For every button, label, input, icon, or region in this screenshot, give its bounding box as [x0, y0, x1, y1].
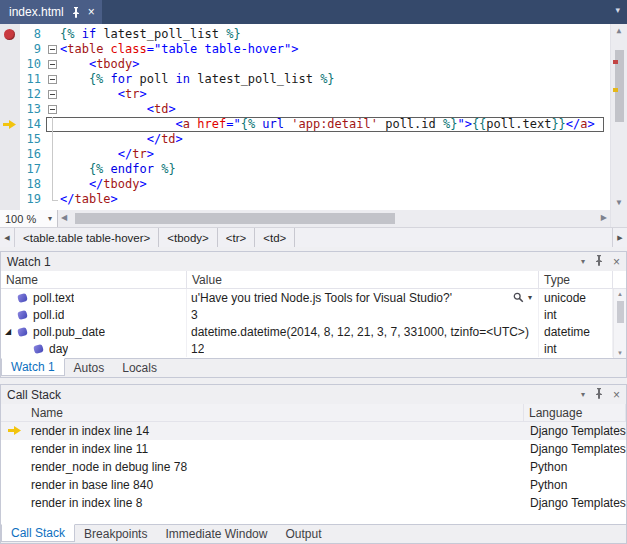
- tab-list-chevron-icon[interactable]: ▾: [615, 5, 620, 15]
- code-text: {% for poll in latest_poll_list %}: [60, 72, 335, 87]
- breakpoint-margin[interactable]: [0, 42, 20, 57]
- code-line[interactable]: 13<td>: [0, 102, 610, 117]
- window-position-icon[interactable]: ▾: [581, 390, 585, 399]
- frame-name: render in index line 8: [31, 496, 142, 510]
- breakpoint-margin[interactable]: [0, 147, 20, 162]
- breadcrumb-segment[interactable]: <tr>: [218, 228, 255, 247]
- code-line[interactable]: 15</td>: [0, 132, 610, 147]
- breadcrumb-segment[interactable]: <table.table table-hover>: [15, 228, 159, 247]
- call-stack-title-bar[interactable]: Call Stack ▾ ×: [1, 385, 626, 404]
- tab-autos[interactable]: Autos: [65, 359, 114, 377]
- watch-column-header[interactable]: Name: [1, 271, 187, 288]
- close-icon[interactable]: ×: [88, 6, 95, 18]
- pin-icon[interactable]: [71, 7, 81, 18]
- breadcrumb-left-icon[interactable]: ◀: [0, 228, 15, 247]
- fold-margin: [46, 132, 60, 147]
- breakpoint-margin[interactable]: [0, 102, 20, 117]
- callstack-row[interactable]: render in base line 840Python: [1, 476, 626, 494]
- watch-rows: poll.textu'Have you tried Node.js Tools …: [1, 289, 626, 357]
- callstack-row[interactable]: render in index line 14Django Templates: [1, 422, 626, 440]
- watch-scrollbar[interactable]: ▲ ▼: [613, 289, 626, 358]
- tab-watch-1[interactable]: Watch 1: [1, 358, 65, 376]
- fold-collapse-icon[interactable]: [48, 105, 57, 114]
- callstack-column-header[interactable]: Name: [1, 404, 524, 421]
- fold-collapse-icon[interactable]: [48, 75, 57, 84]
- variable-icon: [33, 343, 44, 353]
- breakpoint-margin[interactable]: [0, 177, 20, 192]
- code-line[interactable]: 11{% for poll in latest_poll_list %}: [0, 72, 610, 87]
- zoom-caret-icon: ▾: [48, 214, 52, 223]
- callstack-row[interactable]: render in index line 11Django Templates: [1, 440, 626, 458]
- code-line[interactable]: 18</tbody>: [0, 177, 610, 192]
- fold-margin: [46, 27, 60, 42]
- watch-row[interactable]: day12int: [1, 340, 626, 357]
- cs-tab-strip: Call StackBreakpointsImmediate WindowOut…: [1, 524, 626, 543]
- code-editor[interactable]: 8{% if latest_poll_list %}9<table class=…: [0, 24, 627, 210]
- callstack-row[interactable]: render in index line 8Django Templates: [1, 494, 626, 512]
- editor-vertical-scrollbar[interactable]: ▲ ▼: [610, 24, 627, 210]
- code-token: >: [147, 147, 154, 161]
- code-line[interactable]: 19</table>: [0, 192, 610, 207]
- fold-collapse-icon[interactable]: [48, 45, 57, 54]
- tab-call-stack[interactable]: Call Stack: [1, 524, 75, 542]
- scroll-up-icon[interactable]: ▲: [617, 291, 623, 297]
- close-icon[interactable]: ×: [613, 255, 620, 269]
- variable-value: u'Have you tried Node.js Tools for Visua…: [191, 291, 452, 305]
- breakpoint-margin[interactable]: [0, 132, 20, 147]
- breakpoint-margin[interactable]: [0, 72, 20, 87]
- watch-scroll-thumb[interactable]: [617, 301, 624, 323]
- fold-collapse-icon[interactable]: [48, 60, 57, 69]
- code-token: </: [566, 117, 580, 131]
- value-visualizer-caret-icon[interactable]: ▾: [528, 293, 532, 302]
- breakpoint-margin[interactable]: [0, 87, 20, 102]
- breadcrumb-segment[interactable]: <td>: [255, 228, 295, 247]
- breadcrumb-right-icon[interactable]: ▶: [612, 228, 627, 247]
- frame-name-cell: render_node in debug line 78: [1, 458, 524, 476]
- callstack-column-header[interactable]: Language: [524, 404, 626, 421]
- scroll-down-icon[interactable]: ▼: [617, 350, 623, 356]
- code-line[interactable]: 9<table class="table table-hover">: [0, 42, 610, 57]
- code-line[interactable]: 8{% if latest_poll_list %}: [0, 27, 610, 42]
- breakpoint-margin[interactable]: [0, 117, 20, 132]
- pin-icon[interactable]: [594, 255, 604, 269]
- tab-output[interactable]: Output: [276, 525, 330, 543]
- scroll-right-icon[interactable]: ▶: [601, 214, 607, 222]
- code-line[interactable]: 16</tr>: [0, 147, 610, 162]
- editor-horizontal-scrollbar[interactable]: ◀ ▶: [58, 210, 610, 227]
- tab-immediate-window[interactable]: Immediate Window: [156, 525, 276, 543]
- code-token: </: [147, 132, 161, 146]
- code-token: for: [111, 72, 140, 86]
- tab-breakpoints[interactable]: Breakpoints: [75, 525, 156, 543]
- breakpoint-margin[interactable]: [0, 162, 20, 177]
- watch-column-header[interactable]: Value: [187, 271, 539, 288]
- scroll-up-icon[interactable]: ▲: [617, 27, 622, 35]
- breakpoint-margin[interactable]: [0, 192, 20, 207]
- scroll-left-icon[interactable]: ◀: [61, 214, 67, 222]
- window-position-icon[interactable]: ▾: [581, 257, 585, 266]
- pin-icon[interactable]: [594, 388, 604, 402]
- breakpoint-margin[interactable]: [0, 27, 20, 42]
- code-line[interactable]: 14<a href="{% url 'app:detail' poll.id %…: [0, 117, 610, 132]
- fold-collapse-icon[interactable]: [48, 90, 57, 99]
- magnifier-icon[interactable]: [513, 292, 524, 303]
- watch-column-header[interactable]: Type: [539, 271, 613, 288]
- code-line[interactable]: 17{% endfor %}: [0, 162, 610, 177]
- horizontal-scroll-thumb[interactable]: [75, 213, 395, 224]
- watch-row[interactable]: poll.id3int: [1, 306, 626, 323]
- code-line[interactable]: 12<tr>: [0, 87, 610, 102]
- scroll-down-icon[interactable]: ▼: [617, 199, 622, 207]
- callstack-row[interactable]: render_node in debug line 78Python: [1, 458, 626, 476]
- expander-expanded-icon[interactable]: ◢: [5, 328, 16, 336]
- call-stack-grid: NameLanguage render in index line 14Djan…: [1, 404, 626, 524]
- document-tab-index-html[interactable]: index.html ×: [0, 0, 102, 24]
- code-line[interactable]: 10<tbody>: [0, 57, 610, 72]
- tab-locals[interactable]: Locals: [113, 359, 166, 377]
- watch-row[interactable]: ◢poll.pub_datedatetime.datetime(2014, 8,…: [1, 323, 626, 340]
- watch-row[interactable]: poll.textu'Have you tried Node.js Tools …: [1, 289, 626, 306]
- breadcrumb-segment[interactable]: <tbody>: [159, 228, 218, 247]
- watch-title-bar[interactable]: Watch 1 ▾ ×: [1, 252, 626, 271]
- zoom-selector[interactable]: 100 % ▾: [0, 210, 58, 227]
- breakpoint-icon[interactable]: [4, 29, 15, 40]
- breakpoint-margin[interactable]: [0, 57, 20, 72]
- close-icon[interactable]: ×: [613, 388, 620, 402]
